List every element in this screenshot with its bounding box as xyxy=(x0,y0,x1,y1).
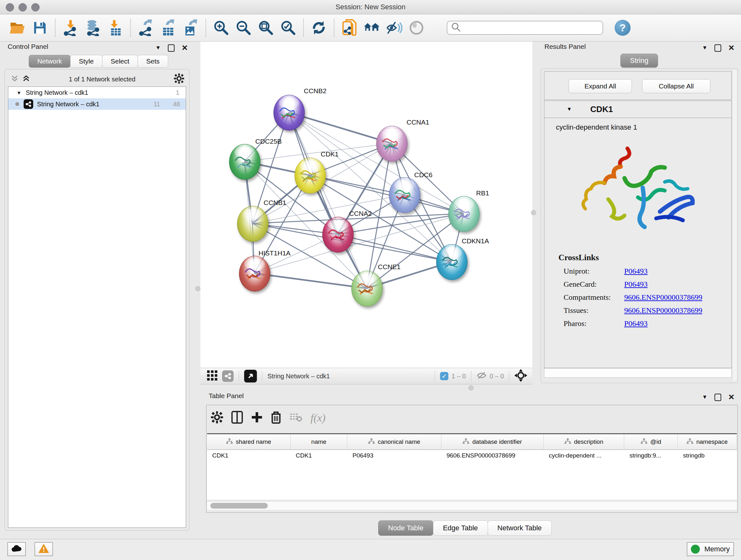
table-cell[interactable]: cyclin-dependent ... xyxy=(544,450,624,461)
float-panel-icon[interactable] xyxy=(168,44,175,52)
node-cdkn1a[interactable] xyxy=(436,244,468,280)
close-panel-icon[interactable]: ✕ xyxy=(728,393,735,401)
collapse-panel-icon[interactable]: ▼ xyxy=(702,394,708,400)
collapse-panel-icon[interactable]: ▼ xyxy=(155,45,161,51)
cloud-status-button[interactable] xyxy=(7,542,26,556)
export-table-icon[interactable] xyxy=(160,19,177,36)
column-header-database-identifier[interactable]: database identifier xyxy=(441,434,544,449)
network-row-selected[interactable]: String Network – cdk1 11 48 xyxy=(8,98,186,110)
splitter-handle[interactable] xyxy=(531,210,536,215)
zoom-in-icon[interactable] xyxy=(213,19,229,36)
import-table-icon[interactable] xyxy=(107,19,124,36)
close-panel-icon[interactable]: ✕ xyxy=(182,44,188,52)
gear-icon[interactable] xyxy=(211,411,223,425)
section-expander-icon[interactable]: ▼ xyxy=(567,106,572,112)
edge-ccna2-cdkn1a[interactable] xyxy=(338,234,452,262)
node-cdk1[interactable] xyxy=(294,158,326,193)
gear-icon[interactable] xyxy=(174,73,184,85)
zoom-fit-icon[interactable] xyxy=(258,19,274,36)
hidden-eye-icon[interactable] xyxy=(476,371,487,381)
table-cell[interactable]: CDK1 xyxy=(291,450,347,461)
edge-ccne1-hist1h1a[interactable] xyxy=(254,273,367,288)
column-header-shared-name[interactable]: shared name xyxy=(207,434,291,449)
node-rb1[interactable] xyxy=(448,196,480,232)
zoom-selected-icon[interactable] xyxy=(280,19,296,36)
column-header-namespace[interactable]: namespace xyxy=(678,434,737,449)
node-hist1h1a[interactable] xyxy=(239,256,270,292)
float-panel-icon[interactable] xyxy=(715,394,721,401)
export-network-icon[interactable] xyxy=(138,19,154,36)
node-ccnb1[interactable] xyxy=(237,206,268,242)
refresh-icon[interactable] xyxy=(311,19,327,36)
scrollbar-thumb[interactable] xyxy=(210,503,268,509)
share-network-icon[interactable] xyxy=(222,370,233,382)
help-button[interactable]: ? xyxy=(615,20,630,36)
crosslink-value-link[interactable]: P06493 xyxy=(624,267,648,275)
collapse-all-button[interactable]: Collapse All xyxy=(642,79,711,93)
open-folder-icon[interactable] xyxy=(9,19,26,36)
gene-section-header[interactable]: ▼ CDK1 xyxy=(544,101,731,118)
node-ccna1[interactable] xyxy=(376,126,408,162)
open-in-window-icon[interactable] xyxy=(244,370,257,382)
hide-show-icon[interactable] xyxy=(386,19,402,36)
tab-string[interactable]: String xyxy=(620,54,658,68)
table-cell[interactable]: stringdb xyxy=(678,450,737,461)
tree-expander-icon[interactable]: ▼ xyxy=(17,90,21,96)
table-cell[interactable]: CDK1 xyxy=(207,450,291,461)
add-column-icon[interactable] xyxy=(251,411,263,425)
memory-button[interactable]: Memory xyxy=(687,542,734,556)
results-scrollbar[interactable] xyxy=(732,70,737,381)
crosslink-value-link[interactable]: 9606.ENSP00000378699 xyxy=(624,306,702,315)
node-ccne1[interactable] xyxy=(351,271,383,307)
node-ccna2[interactable] xyxy=(322,217,354,253)
selected-checkbox-icon[interactable]: ✓ xyxy=(440,372,448,380)
table-row[interactable]: CDK1CDK1P064939606.ENSP00000378699cyclin… xyxy=(207,450,737,461)
import-network-icon[interactable] xyxy=(62,19,79,36)
pan-crosshair-icon[interactable] xyxy=(515,369,527,383)
collapse-all-tree-icon[interactable] xyxy=(22,74,30,84)
crosslink-value-link[interactable]: 9606.ENSP00000378699 xyxy=(624,293,702,302)
warning-status-button[interactable] xyxy=(35,542,53,556)
search-input[interactable] xyxy=(447,21,603,35)
zoom-out-icon[interactable] xyxy=(235,19,252,36)
edge-ccnb2-ccne1[interactable] xyxy=(289,112,367,288)
expand-all-tree-icon[interactable] xyxy=(10,74,19,84)
select-columns-icon[interactable] xyxy=(231,411,243,425)
edge-cdk1-rb1[interactable] xyxy=(310,175,464,213)
crosslink-value-link[interactable]: P06493 xyxy=(624,280,648,289)
tab-sets[interactable]: Sets xyxy=(138,55,168,68)
splitter-handle[interactable] xyxy=(195,286,200,291)
node-ccnb2[interactable] xyxy=(273,95,305,131)
column-header-name[interactable]: name xyxy=(291,434,347,449)
tab-node-table[interactable]: Node Table xyxy=(378,520,433,536)
column-header-description[interactable]: description xyxy=(544,434,624,449)
crosslink-value-link[interactable]: P06493 xyxy=(624,319,648,328)
string-documents-icon[interactable] xyxy=(341,19,358,36)
node-cdc6[interactable] xyxy=(389,177,420,213)
column-header-canonical-name[interactable]: canonical name xyxy=(347,434,441,449)
collapse-panel-icon[interactable]: ▼ xyxy=(702,45,708,51)
table-cell[interactable]: P06493 xyxy=(347,450,441,461)
close-panel-icon[interactable]: ✕ xyxy=(728,44,735,52)
network-collection-row[interactable]: ▼ String Network – cdk1 1 xyxy=(8,87,186,98)
home-networks-icon[interactable] xyxy=(363,19,380,36)
export-image-icon[interactable] xyxy=(182,19,199,36)
import-database-icon[interactable] xyxy=(84,19,101,36)
delete-column-icon[interactable] xyxy=(271,411,281,425)
tab-network-table[interactable]: Network Table xyxy=(488,520,552,536)
save-icon[interactable] xyxy=(31,19,48,36)
edge-rb1-hist1h1a[interactable] xyxy=(254,213,464,273)
column-header--id[interactable]: @id xyxy=(624,434,678,449)
tab-edge-table[interactable]: Edge Table xyxy=(433,520,488,536)
table-cell[interactable]: 9606.ENSP00000378699 xyxy=(441,450,544,461)
node-cdc25b[interactable] xyxy=(229,144,260,180)
network-canvas[interactable]: CCNB2CCNA1CDC25BCDK1CDC6RB1CCNB1CCNA2CDK… xyxy=(200,42,532,368)
table-cell[interactable]: stringdb:9... xyxy=(624,450,678,461)
expand-all-button[interactable]: Expand All xyxy=(569,79,632,93)
float-panel-icon[interactable] xyxy=(715,44,721,52)
tab-network[interactable]: Network xyxy=(29,55,71,68)
birds-eye-grid-icon[interactable] xyxy=(207,370,218,382)
splitter-handle[interactable] xyxy=(468,385,474,390)
tab-style[interactable]: Style xyxy=(70,55,103,68)
table-horizontal-scrollbar[interactable] xyxy=(207,501,737,510)
